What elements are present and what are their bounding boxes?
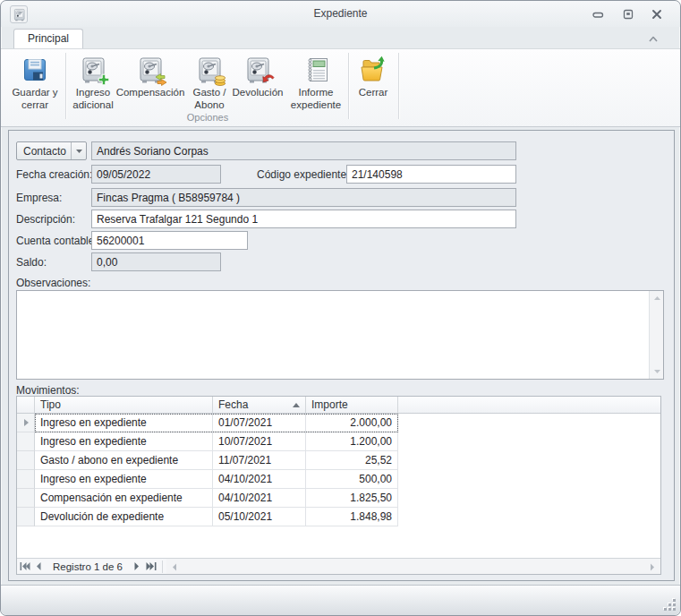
cerrar-button[interactable]: Cerrar (352, 52, 395, 122)
saldo-field (91, 252, 221, 271)
cell-fecha[interactable]: 04/10/2021 (213, 470, 306, 489)
record-navigator: Registro 1 de 6 (17, 558, 660, 574)
cell-importe[interactable]: 2.000,00 (306, 414, 398, 432)
table-row[interactable]: Gasto / abono en expediente 11/07/2021 2… (17, 451, 660, 470)
column-header-fecha-label: Fecha (218, 398, 248, 411)
last-record-button[interactable] (144, 560, 158, 573)
column-header-importe[interactable]: Importe (306, 397, 398, 414)
row-indicator-cell (17, 432, 35, 451)
row-indicator-header (17, 397, 35, 414)
resize-grip[interactable] (663, 598, 676, 611)
grid-header: Tipo Fecha Importe (17, 397, 660, 414)
movimientos-label: Movimientos: (16, 384, 80, 397)
close-button[interactable] (646, 7, 668, 21)
sort-ascending-icon (293, 403, 300, 407)
minimize-button[interactable] (587, 7, 609, 21)
current-row-arrow-icon (22, 418, 30, 427)
row-indicator-cell (17, 470, 35, 489)
previous-record-icon (35, 561, 42, 571)
next-record-button[interactable] (130, 560, 144, 573)
cell-tipo[interactable]: Ingreso en expediente (35, 414, 213, 432)
cell-fecha[interactable]: 01/07/2021 (213, 414, 306, 432)
navigator-separator (162, 560, 163, 573)
table-row[interactable]: Devolución de expediente 05/10/2021 1.84… (17, 508, 660, 526)
ribbon-separator (398, 53, 399, 119)
descripcion-field[interactable] (91, 210, 516, 228)
scroll-up-icon[interactable] (650, 291, 664, 305)
ribbon: Guardar y cerrar Ingreso adicional Compe… (1, 48, 680, 127)
observaciones-label: Observaciones: (16, 277, 90, 289)
row-indicator-cell (17, 451, 35, 470)
vertical-scrollbar[interactable] (649, 291, 663, 379)
tab-principal[interactable]: Principal (13, 29, 83, 48)
cuenta-contable-field[interactable] (91, 231, 248, 250)
codigo-expediente-field[interactable] (346, 165, 516, 184)
saldo-label: Saldo: (16, 256, 47, 269)
cell-importe[interactable]: 25,52 (306, 451, 398, 470)
scroll-right-icon[interactable] (646, 560, 659, 573)
ribbon-collapse-button[interactable] (646, 32, 660, 44)
status-bar (1, 585, 680, 615)
ribbon-tab-row: Principal (1, 27, 680, 48)
contacto-field (91, 141, 516, 160)
cuenta-contable-label: Cuenta contable: (16, 235, 98, 247)
column-header-tipo[interactable]: Tipo (35, 397, 213, 414)
observaciones-box (16, 290, 664, 380)
safe-plus-icon (79, 56, 107, 84)
record-counter: Registro 1 de 6 (46, 561, 130, 572)
grid-body: Ingreso en expediente 01/07/2021 2.000,0… (17, 414, 660, 526)
cell-tipo[interactable]: Gasto / abono en expediente (35, 451, 213, 470)
maximize-icon (623, 9, 634, 20)
previous-record-button[interactable] (31, 560, 46, 573)
fecha-creacion-label: Fecha creación: (16, 168, 92, 181)
contacto-dropdown-button[interactable]: Contacto (16, 141, 87, 160)
horizontal-scrollbar[interactable] (166, 559, 660, 574)
table-row[interactable]: Compensación en expediente 04/10/2021 1.… (17, 489, 660, 508)
column-header-fecha[interactable]: Fecha (213, 397, 306, 414)
cell-fecha[interactable]: 11/07/2021 (213, 451, 306, 470)
cell-fecha[interactable]: 05/10/2021 (213, 508, 306, 526)
report-notebook-icon (302, 56, 330, 84)
table-row[interactable]: Ingreso en expediente 01/07/2021 2.000,0… (17, 414, 660, 432)
chevron-down-icon (71, 142, 86, 159)
save-and-close-button[interactable]: Guardar y cerrar (8, 52, 62, 122)
fecha-creacion-field (91, 165, 221, 184)
scroll-left-icon[interactable] (168, 560, 181, 573)
chevron-up-icon (646, 33, 660, 45)
first-record-button[interactable] (17, 560, 31, 573)
floppy-disk-icon (21, 56, 49, 84)
title-bar[interactable]: Expediente (1, 1, 680, 27)
cell-tipo[interactable]: Compensación en expediente (35, 489, 213, 508)
ribbon-group-opciones-label: Opciones (67, 112, 348, 123)
first-record-icon (19, 561, 30, 571)
column-header-filler (398, 397, 660, 414)
cell-fecha[interactable]: 10/07/2021 (213, 432, 306, 451)
table-row[interactable]: Ingreso en expediente 10/07/2021 1.200,0… (17, 432, 660, 451)
codigo-expediente-label: Código expediente: (257, 168, 349, 181)
next-record-icon (133, 561, 140, 571)
maximize-button[interactable] (617, 7, 639, 21)
scroll-down-icon[interactable] (650, 364, 664, 379)
movimientos-grid: Tipo Fecha Importe Ingreso en expediente… (16, 396, 661, 575)
row-indicator-cell (17, 489, 35, 508)
expediente-window: Expediente Principal (0, 0, 681, 616)
row-indicator-cell (17, 508, 35, 526)
form-panel: Contacto Fecha creación: Código expedien… (8, 130, 675, 581)
cell-importe[interactable]: 1.848,98 (306, 508, 398, 526)
cell-fecha[interactable]: 04/10/2021 (213, 489, 306, 508)
cell-importe[interactable]: 1.200,00 (306, 432, 398, 451)
cell-tipo[interactable]: Ingreso en expediente (35, 470, 213, 489)
cell-importe[interactable]: 1.825,50 (306, 489, 398, 508)
descripcion-label: Descripción: (16, 213, 75, 226)
row-indicator-cell (17, 414, 35, 432)
observaciones-textarea[interactable] (17, 291, 649, 379)
ribbon-separator (65, 53, 66, 119)
empresa-field (91, 188, 516, 207)
cell-importe[interactable]: 500,00 (306, 470, 398, 489)
contacto-dropdown-label: Contacto (17, 142, 71, 159)
close-icon (651, 9, 662, 20)
safe-return-arrow-icon (243, 56, 272, 84)
cell-tipo[interactable]: Ingreso en expediente (35, 432, 213, 451)
table-row[interactable]: Ingreso en expediente 04/10/2021 500,00 (17, 470, 660, 489)
cell-tipo[interactable]: Devolución de expediente (35, 508, 213, 526)
